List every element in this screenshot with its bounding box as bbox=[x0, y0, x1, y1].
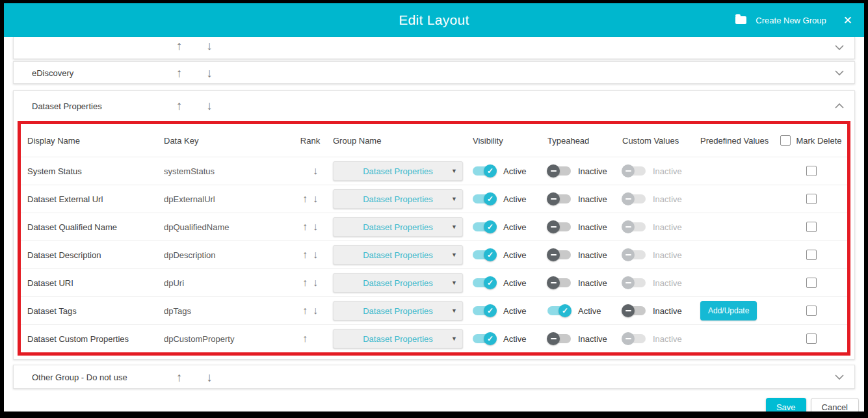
titlebar: Edit Layout Create New Group ✕ bbox=[4, 3, 864, 37]
visibility-toggle[interactable] bbox=[473, 222, 496, 231]
toggle-knob-icon bbox=[484, 248, 497, 261]
mark-delete-checkbox[interactable] bbox=[806, 250, 817, 260]
typeahead-toggle[interactable] bbox=[547, 166, 571, 176]
group-name-select[interactable]: Dataset Properties ▼ bbox=[333, 189, 463, 209]
visibility-toggle[interactable] bbox=[473, 278, 496, 287]
chevron-down-icon[interactable] bbox=[835, 374, 844, 380]
visibility-label: Active bbox=[503, 334, 526, 344]
custom-values-toggle bbox=[622, 194, 646, 203]
rank-up-icon[interactable]: ↑ bbox=[300, 193, 310, 205]
custom-values-toggle[interactable] bbox=[622, 306, 646, 315]
group-name-value: Dataset Properties bbox=[363, 250, 433, 260]
visibility-toggle[interactable] bbox=[473, 250, 496, 259]
mark-delete-checkbox[interactable] bbox=[806, 333, 817, 344]
data-key-cell: dpTags bbox=[164, 306, 287, 316]
create-new-group-button[interactable]: Create New Group bbox=[756, 16, 826, 25]
rank-up-icon[interactable]: ↑ bbox=[300, 249, 310, 261]
chevron-up-icon[interactable] bbox=[835, 103, 844, 109]
add-update-button[interactable]: Add/Update bbox=[700, 301, 757, 320]
col-header-rank: Rank bbox=[287, 136, 333, 146]
rank-up-icon[interactable]: ↑ bbox=[300, 221, 310, 233]
typeahead-toggle[interactable] bbox=[547, 306, 571, 315]
group-name-select[interactable]: Dataset Properties ▼ bbox=[333, 273, 463, 293]
typeahead-cell: Active bbox=[547, 306, 622, 316]
visibility-toggle[interactable] bbox=[473, 306, 496, 315]
rank-cell: ↑ ↓ bbox=[287, 249, 333, 261]
custom-values-cell: Inactive bbox=[622, 166, 700, 176]
rank-down-icon[interactable]: ↓ bbox=[310, 277, 321, 289]
mark-delete-header-label: Mark Delete bbox=[796, 136, 841, 146]
visibility-toggle[interactable] bbox=[473, 166, 496, 176]
rank-up-icon[interactable]: ↑ bbox=[300, 305, 310, 317]
visibility-toggle[interactable] bbox=[473, 194, 496, 203]
move-group-down-icon[interactable]: ↓ bbox=[207, 371, 213, 385]
mark-delete-checkbox[interactable] bbox=[806, 306, 817, 316]
visibility-cell: Active bbox=[473, 250, 547, 260]
rank-down-icon[interactable]: ↓ bbox=[310, 221, 321, 233]
typeahead-toggle[interactable] bbox=[547, 278, 571, 287]
typeahead-label: Inactive bbox=[578, 194, 607, 204]
edit-layout-modal: Edit Layout Create New Group ✕ ↑ ↓ eDisc… bbox=[4, 3, 864, 411]
rank-cell: ↑ ↓ bbox=[287, 305, 333, 317]
rank-down-icon[interactable]: ↓ bbox=[310, 193, 321, 205]
cancel-button[interactable]: Cancel bbox=[811, 398, 859, 411]
table-row: System Status systemStatus ↓ Dataset Pro… bbox=[21, 157, 847, 185]
typeahead-toggle[interactable] bbox=[547, 194, 571, 203]
mark-delete-checkbox[interactable] bbox=[806, 166, 817, 176]
group-name-select[interactable]: Dataset Properties ▼ bbox=[333, 245, 463, 265]
typeahead-toggle[interactable] bbox=[547, 250, 571, 259]
visibility-cell: Active bbox=[473, 194, 547, 204]
move-group-down-icon[interactable]: ↓ bbox=[207, 39, 213, 53]
data-key-cell: dpExternalUrl bbox=[164, 194, 287, 204]
mark-delete-checkbox[interactable] bbox=[806, 278, 817, 288]
toggle-knob-icon bbox=[547, 248, 560, 261]
typeahead-label: Inactive bbox=[578, 222, 607, 232]
visibility-label: Active bbox=[503, 306, 526, 316]
group-name-select[interactable]: Dataset Properties ▼ bbox=[333, 161, 463, 181]
toggle-knob-icon bbox=[622, 220, 635, 233]
toggle-knob-icon bbox=[484, 220, 497, 233]
section-label-other-group: Other Group - Do not use bbox=[32, 372, 127, 382]
mark-delete-checkbox[interactable] bbox=[806, 194, 817, 204]
folder-icon bbox=[735, 16, 746, 24]
rank-up-icon[interactable]: ↑ bbox=[300, 277, 310, 289]
chevron-down-icon[interactable] bbox=[835, 70, 844, 76]
move-group-up-icon[interactable]: ↑ bbox=[176, 99, 183, 113]
group-name-select[interactable]: Dataset Properties ▼ bbox=[333, 217, 463, 237]
display-name-cell: Dataset Description bbox=[27, 250, 164, 260]
rank-down-icon[interactable]: ↓ bbox=[310, 305, 321, 317]
group-name-value: Dataset Properties bbox=[363, 166, 433, 176]
visibility-toggle[interactable] bbox=[473, 334, 496, 343]
col-header-visibility: Visibility bbox=[473, 136, 547, 146]
close-icon[interactable]: ✕ bbox=[843, 15, 852, 26]
mark-delete-all-checkbox[interactable] bbox=[780, 135, 791, 146]
toggle-knob-icon bbox=[547, 276, 560, 289]
visibility-label: Active bbox=[503, 166, 526, 176]
move-group-down-icon[interactable]: ↓ bbox=[207, 99, 213, 113]
custom-values-label: Inactive bbox=[653, 250, 682, 260]
rank-down-icon[interactable]: ↓ bbox=[310, 165, 321, 177]
toggle-knob-icon bbox=[484, 276, 497, 289]
move-group-up-icon[interactable]: ↑ bbox=[176, 371, 183, 385]
rank-down-icon[interactable]: ↓ bbox=[310, 249, 321, 261]
typeahead-toggle[interactable] bbox=[547, 222, 571, 231]
chevron-down-icon[interactable] bbox=[835, 45, 844, 51]
group-name-select[interactable]: Dataset Properties ▼ bbox=[333, 301, 463, 320]
move-group-down-icon[interactable]: ↓ bbox=[207, 66, 213, 81]
rank-up-icon[interactable]: ↑ bbox=[300, 333, 310, 345]
move-group-up-icon[interactable]: ↑ bbox=[176, 66, 183, 81]
footer: Save Cancel bbox=[4, 398, 859, 411]
move-group-up-icon[interactable]: ↑ bbox=[176, 39, 183, 53]
custom-values-label: Inactive bbox=[653, 222, 682, 232]
save-button[interactable]: Save bbox=[766, 398, 806, 411]
col-header-custom-values: Custom Values bbox=[622, 136, 700, 146]
caret-down-icon: ▼ bbox=[451, 168, 457, 174]
typeahead-toggle[interactable] bbox=[547, 334, 571, 343]
section-label-dataset-properties: Dataset Properties bbox=[32, 101, 102, 111]
col-header-display-name: Display Name bbox=[27, 136, 164, 146]
mark-delete-checkbox[interactable] bbox=[806, 222, 817, 232]
table-row: Dataset Custom Properties dpCustomProper… bbox=[21, 324, 847, 352]
caret-down-icon: ▼ bbox=[451, 252, 457, 258]
visibility-cell: Active bbox=[473, 334, 547, 344]
group-name-select[interactable]: Dataset Properties ▼ bbox=[333, 329, 463, 348]
